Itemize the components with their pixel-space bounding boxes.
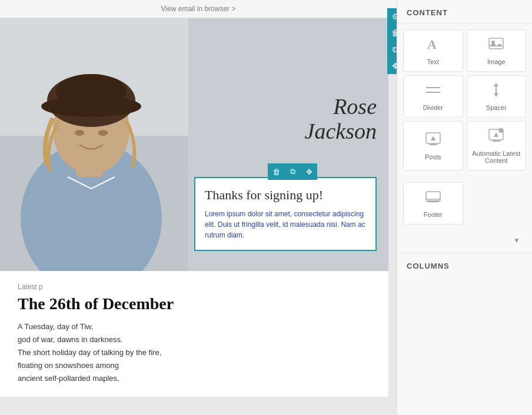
inline-delete-button[interactable]: 🗑 <box>268 163 284 180</box>
svg-marker-22 <box>494 132 498 137</box>
email-canvas: View email in browser > ⚙ 🗑 ⧉ ✥ <box>0 0 397 415</box>
hero-signature: Rose Jackson <box>305 95 377 144</box>
image-icon <box>488 36 504 55</box>
inline-move-button[interactable]: ✥ <box>301 163 317 180</box>
content-grid: A Text Image Di <box>397 24 532 176</box>
right-panel: CONTENT A Text Image <box>397 0 532 415</box>
text-icon: A <box>425 36 441 55</box>
svg-point-7 <box>41 96 141 117</box>
svg-rect-28 <box>427 200 439 202</box>
content-item-spacer[interactable]: Spacer <box>467 75 527 118</box>
blog-line-4: floating on snowshoes among <box>18 361 119 370</box>
email-hero: Rose Jackson 🗑 ⧉ ✥ Thanks for signing up… <box>0 18 388 271</box>
auto-content-icon: ! <box>488 128 504 146</box>
inline-duplicate-button[interactable]: ⧉ <box>284 163 301 180</box>
svg-rect-23 <box>492 140 500 142</box>
selected-text-block[interactable]: Thanks for signing up! Lorem ipsum dolor… <box>194 177 377 251</box>
divider-label: Divider <box>423 104 443 111</box>
svg-point-8 <box>75 130 84 136</box>
blog-line-2: god of war, dawns in darkness. <box>18 335 123 344</box>
content-item-footer[interactable]: Footer <box>403 182 463 225</box>
divider-icon <box>425 82 441 101</box>
blog-line-5: ancient self-pollarded maples, <box>18 374 119 383</box>
svg-marker-16 <box>494 83 498 86</box>
content-item-divider[interactable]: Divider <box>403 75 463 118</box>
columns-section: COLUMNS <box>397 256 532 281</box>
content-item-auto-content[interactable]: ! Automatic Latest Content <box>467 121 527 170</box>
svg-marker-19 <box>431 136 435 140</box>
svg-rect-20 <box>429 144 437 145</box>
content-item-posts[interactable]: Posts <box>403 121 463 170</box>
move-button[interactable]: ✥ <box>387 58 397 74</box>
posts-label: Posts <box>425 153 441 160</box>
content-grid-footer: Footer <box>397 176 532 230</box>
view-browser-bar: View email in browser > <box>0 0 397 18</box>
svg-point-9 <box>98 130 108 136</box>
blog-line-3: The short holiday day of talking by the … <box>18 348 161 357</box>
hero-image <box>0 18 188 271</box>
footer-label: Footer <box>424 211 443 218</box>
spacer-icon <box>488 82 504 101</box>
blog-category: Latest p <box>18 283 371 291</box>
selected-block-body: Lorem ipsum dolor sit amet, consectetur … <box>205 209 366 240</box>
collapse-button[interactable]: ▼ <box>507 233 526 248</box>
delete-button[interactable]: 🗑 <box>387 25 397 41</box>
blog-line-1: A Tuesday, day of Tiw, <box>18 322 93 331</box>
content-item-text[interactable]: A Text <box>403 29 463 72</box>
image-label: Image <box>487 58 506 65</box>
view-browser-link[interactable]: View email in browser > <box>161 5 236 13</box>
settings-button[interactable]: ⚙ <box>387 8 397 25</box>
text-label: Text <box>427 58 439 65</box>
blog-section: Latest p The 26th of December A Tuesday,… <box>0 271 388 397</box>
panel-divider <box>397 253 532 253</box>
duplicate-button[interactable]: ⧉ <box>387 41 397 58</box>
content-item-image[interactable]: Image <box>467 29 527 72</box>
inline-toolbar: 🗑 ⧉ ✥ <box>268 163 317 180</box>
signature-text: Rose Jackson <box>305 95 377 144</box>
svg-rect-11 <box>489 38 503 49</box>
block-toolbar-vertical: ⚙ 🗑 ⧉ ✥ <box>387 8 397 74</box>
auto-content-label: Automatic Latest Content <box>471 150 523 164</box>
content-section-title: CONTENT <box>397 0 532 24</box>
columns-section-title: COLUMNS <box>407 262 523 270</box>
spacer-label: Spacer <box>486 104 507 111</box>
blog-title: The 26th of December <box>18 294 371 313</box>
footer-icon <box>425 189 441 208</box>
svg-marker-17 <box>494 93 498 97</box>
posts-icon <box>425 131 441 150</box>
svg-text:A: A <box>427 37 437 52</box>
selected-block-heading: Thanks for signing up! <box>205 188 366 203</box>
blog-body: A Tuesday, day of Tiw, god of war, dawns… <box>18 320 371 385</box>
